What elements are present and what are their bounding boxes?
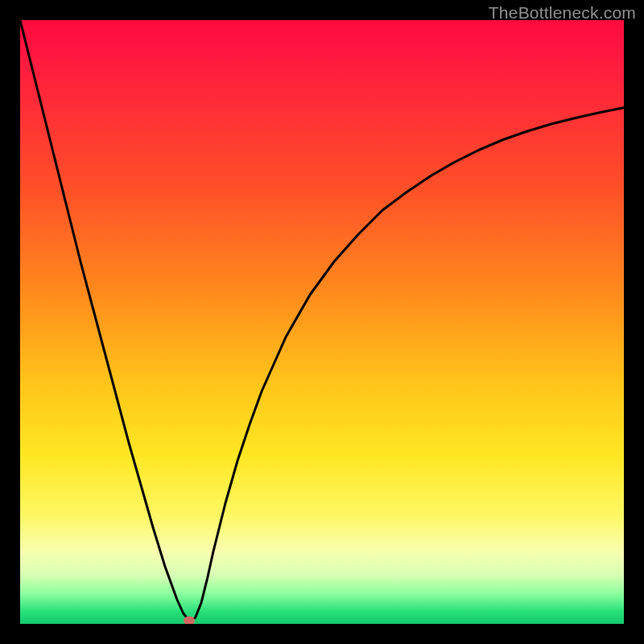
chart-stage: TheBottleneck.com [0, 0, 644, 644]
watermark-text: TheBottleneck.com [489, 3, 636, 23]
bottleneck-curve [20, 20, 624, 624]
plot-area [20, 20, 624, 624]
optimal-point-marker [184, 617, 195, 624]
